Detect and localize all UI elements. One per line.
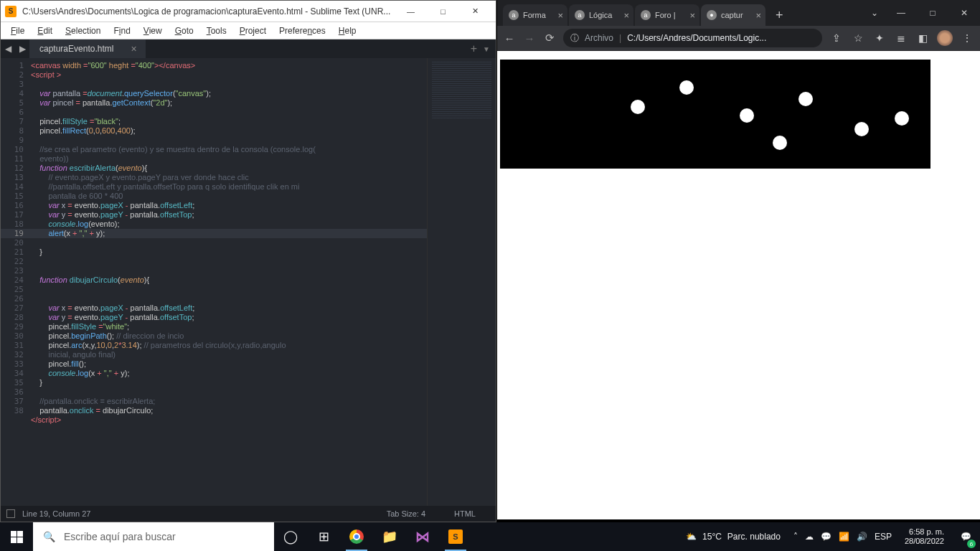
onedrive-icon[interactable]: ☁ — [805, 532, 814, 542]
status-panel-icon[interactable] — [6, 509, 15, 518]
url-scheme: Archivo — [585, 33, 613, 43]
extensions-icon[interactable]: ✦ — [872, 32, 887, 44]
nav-fwd-icon[interactable]: ▶ — [15, 42, 29, 56]
nav-back-icon[interactable]: ◀ — [1, 42, 15, 56]
close-button[interactable]: ✕ — [459, 1, 491, 22]
search-placeholder: Escribe aquí para buscar — [64, 531, 176, 542]
canvas-dot — [854, 122, 869, 136]
weather-temp: 15°C — [702, 532, 722, 542]
tab-close-icon[interactable]: × — [131, 43, 136, 55]
chrome-tab[interactable]: ●captur× — [701, 4, 765, 26]
chrome-maximize-button[interactable]: □ — [917, 2, 948, 24]
chrome-tab[interactable]: aForma× — [503, 4, 567, 26]
chrome-minimize-button[interactable]: — — [885, 2, 917, 24]
statusbar: Line 19, Column 27 Tab Size: 4 HTML — [1, 506, 496, 522]
status-position[interactable]: Line 19, Column 27 — [22, 509, 90, 518]
menu-help[interactable]: Help — [333, 24, 362, 37]
taskbar-visualstudio[interactable]: ⋈ — [406, 522, 439, 551]
meetnow-icon[interactable]: 💬 — [821, 532, 831, 542]
taskbar-sublime[interactable]: S — [439, 522, 472, 551]
minimize-button[interactable]: — — [395, 1, 427, 22]
chrome-window: aForma×aLógica×aForo |×●captur× + ⌄ — □ … — [496, 0, 980, 522]
canvas-dot — [679, 80, 694, 95]
taskbar-search[interactable]: 🔍 Escribe aquí para buscar — [33, 522, 274, 551]
tab-title: Foro | — [655, 11, 685, 19]
sublime-titlebar[interactable]: S C:\Users\Andres\Documents\Logica de pr… — [1, 1, 496, 22]
chrome-tab[interactable]: aLógica× — [569, 4, 633, 26]
readinglist-icon[interactable]: ≣ — [894, 32, 908, 44]
favicon-icon: a — [575, 10, 585, 20]
menu-icon[interactable]: ⋮ — [960, 32, 974, 44]
notification-badge: 6 — [967, 540, 976, 548]
weather-text: Parc. nublado — [727, 532, 781, 542]
menu-tools[interactable]: Tools — [201, 24, 232, 37]
favicon-icon: a — [509, 10, 519, 20]
favicon-icon: ● — [707, 10, 717, 20]
wifi-icon[interactable]: 📶 — [839, 532, 849, 542]
page-viewport[interactable] — [497, 50, 980, 519]
taskview-icon[interactable]: ⊞ — [307, 522, 340, 551]
windows-icon — [11, 531, 23, 543]
tab-title: captur — [721, 11, 751, 19]
language-indicator[interactable]: ESP — [875, 532, 892, 542]
profile-avatar[interactable] — [937, 30, 953, 46]
tray-chevron-icon[interactable]: ˄ — [793, 532, 798, 542]
menu-selection[interactable]: Selection — [60, 24, 106, 37]
menu-find[interactable]: Find — [108, 24, 136, 37]
canvas-element[interactable] — [500, 60, 930, 169]
bookmark-icon[interactable]: ☆ — [851, 32, 865, 44]
forward-icon[interactable]: → — [523, 32, 536, 44]
tab-close-icon[interactable]: × — [689, 10, 695, 21]
taskbar-clock[interactable]: 6:58 p. m. 28/08/2022 — [897, 527, 951, 546]
share-icon[interactable]: ⇪ — [829, 32, 844, 44]
system-tray[interactable]: ˄ ☁ 💬 📶 🔊 ESP — [788, 532, 897, 542]
menu-goto[interactable]: Goto — [169, 24, 199, 37]
chrome-tab[interactable]: aForo |× — [635, 4, 699, 26]
sublime-title-text: C:\Users\Andres\Documents\Logica de prog… — [22, 6, 395, 17]
menu-view[interactable]: View — [138, 24, 168, 37]
cortana-icon[interactable]: ◯ — [274, 522, 307, 551]
status-tabsize[interactable]: Tab Size: 4 — [387, 509, 425, 518]
favicon-icon: a — [641, 10, 651, 20]
sidepanel-icon[interactable]: ◧ — [915, 32, 930, 44]
tab-dropdown-icon[interactable]: ▼ — [481, 45, 496, 53]
reload-icon[interactable]: ⟳ — [543, 32, 556, 44]
canvas-dot — [631, 100, 645, 114]
editor-tab[interactable]: capturaEvento.html × — [29, 39, 146, 58]
taskbar-explorer[interactable]: 📁 — [373, 522, 406, 551]
volume-icon[interactable]: 🔊 — [857, 532, 867, 542]
sublime-window: S C:\Users\Andres\Documents\Logica de pr… — [0, 0, 496, 522]
weather-icon: ⛅ — [686, 532, 697, 542]
taskbar: 🔍 Escribe aquí para buscar ◯ ⊞ 📁 ⋈ S ⛅ 1… — [0, 522, 980, 551]
new-tab-button[interactable]: + — [466, 42, 481, 55]
tab-close-icon[interactable]: × — [755, 10, 761, 21]
status-language[interactable]: HTML — [454, 509, 476, 518]
chrome-dropdown-icon[interactable]: ⌄ — [864, 8, 885, 18]
maximize-button[interactable]: □ — [427, 1, 459, 22]
tab-close-icon[interactable]: × — [557, 10, 563, 21]
canvas-dot — [773, 136, 787, 150]
sublime-menubar: File Edit Selection Find View Goto Tools… — [1, 22, 496, 39]
back-icon[interactable]: ← — [503, 32, 516, 44]
canvas-dot — [895, 111, 909, 126]
chrome-close-button[interactable]: ✕ — [948, 2, 980, 24]
action-center-icon[interactable]: 💬6 — [951, 522, 980, 551]
weather-widget[interactable]: ⛅ 15°C Parc. nublado — [679, 532, 788, 542]
clock-date: 28/08/2022 — [905, 537, 944, 546]
editor-tab-label: capturaEvento.html — [39, 44, 113, 54]
start-button[interactable] — [0, 522, 33, 551]
minimap[interactable] — [427, 58, 496, 506]
address-bar[interactable]: ⓘ Archivo | C:/Users/Andres/Documents/Lo… — [563, 29, 822, 47]
chrome-icon — [349, 529, 364, 544]
menu-project[interactable]: Project — [234, 24, 272, 37]
tab-close-icon[interactable]: × — [623, 10, 629, 21]
chrome-newtab-button[interactable]: + — [767, 8, 792, 26]
clock-time: 6:58 p. m. — [905, 527, 944, 537]
menu-file[interactable]: File — [5, 24, 30, 37]
code-content[interactable]: <canvas width ="600" heght ="400"></canv… — [31, 58, 427, 506]
menu-preferences[interactable]: Preferences — [273, 24, 331, 37]
canvas-dot — [798, 92, 813, 106]
taskbar-chrome[interactable] — [340, 522, 373, 551]
menu-edit[interactable]: Edit — [32, 24, 58, 37]
editor-area[interactable]: 1234567891011121314151617181920212223242… — [1, 58, 496, 506]
